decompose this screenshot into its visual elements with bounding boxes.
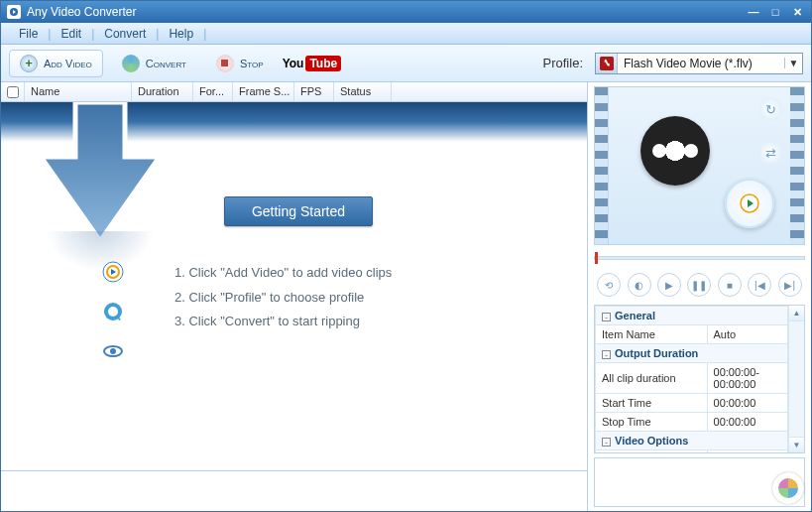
close-button[interactable]: ✕ (789, 5, 805, 19)
preview-panel: ↻ ⇄ (594, 86, 805, 245)
collapse-icon[interactable]: - (602, 438, 611, 447)
prop-row[interactable]: Video Codecflv (596, 450, 788, 454)
col-name[interactable]: Name (25, 82, 132, 101)
youtube-button[interactable]: YouTube (283, 56, 342, 71)
stop-icon (216, 55, 234, 72)
collapse-icon[interactable]: - (602, 313, 611, 321)
empty-stage: Getting Started 1. Click "Add Video" to … (1, 102, 587, 471)
play-button[interactable]: ▶ (657, 273, 681, 297)
eye-icon (102, 340, 124, 362)
menu-bar: File| Edit| Convert| Help| (1, 23, 811, 45)
getting-started-steps: 1. Click "Add Video" to add video clips … (174, 261, 392, 334)
menu-edit[interactable]: Edit (51, 27, 91, 41)
prev-button[interactable]: |◀ (748, 273, 771, 297)
prop-row[interactable]: Start Time00:00:00 (596, 394, 788, 413)
quicktime-icon (102, 301, 124, 322)
convert-button[interactable]: Convert (111, 50, 197, 77)
convert-icon (122, 55, 140, 72)
play-disc-icon (725, 179, 774, 228)
app-title: Any Video Converter (27, 5, 137, 19)
add-video-button[interactable]: + Add Video (9, 50, 103, 77)
disc-icon (772, 472, 804, 504)
prop-row[interactable]: Item NameAuto (596, 325, 788, 344)
title-bar: Any Video Converter — □ ✕ (1, 1, 811, 23)
wmp-icon (102, 261, 124, 283)
toolbar: + Add Video Convert Stop YouTube Profile… (1, 45, 811, 82)
scroll-up-button[interactable]: ▲ (789, 306, 804, 321)
maximize-button[interactable]: □ (767, 5, 783, 19)
profile-value: Flash Video Movie (*.flv) (618, 57, 784, 70)
next-button[interactable]: ▶| (778, 273, 802, 297)
svg-point-9 (110, 348, 116, 354)
profile-label: Profile: (543, 56, 583, 70)
repeat-button[interactable]: ⟲ (597, 273, 621, 297)
collapse-icon[interactable]: - (602, 350, 611, 359)
scroll-down-button[interactable]: ▼ (789, 437, 804, 452)
prop-row[interactable]: Stop Time00:00:00 (596, 413, 788, 432)
stop-button[interactable]: Stop (205, 50, 275, 77)
film-reel-icon (640, 116, 710, 186)
col-status[interactable]: Status (334, 82, 392, 101)
down-arrow-graphic (36, 102, 165, 354)
select-all-checkbox[interactable] (1, 82, 25, 101)
col-frame-size[interactable]: Frame S... (233, 82, 294, 101)
flash-icon (596, 54, 618, 73)
column-headers: Name Duration For... Frame S... FPS Stat… (1, 82, 587, 102)
scrollbar[interactable]: ▲ ▼ (788, 306, 804, 452)
app-icon (7, 5, 21, 19)
menu-file[interactable]: File (9, 27, 48, 41)
pause-button[interactable]: ❚❚ (687, 273, 711, 297)
svg-marker-11 (748, 199, 754, 207)
getting-started-button[interactable]: Getting Started (224, 196, 373, 226)
prop-row[interactable]: All clip duration00:00:00-00:00:00 (596, 363, 788, 394)
properties-panel: ▲ ▼ -General Item NameAuto -Output Durat… (594, 305, 805, 453)
seek-bar[interactable] (594, 247, 805, 269)
col-fps[interactable]: FPS (294, 82, 334, 101)
add-icon: + (20, 55, 38, 72)
chevron-down-icon: ▼ (784, 58, 802, 68)
minimize-button[interactable]: — (746, 5, 761, 19)
menu-convert[interactable]: Convert (94, 27, 156, 41)
col-duration[interactable]: Duration (132, 82, 193, 101)
sync-icon: ⇄ (758, 141, 782, 165)
profile-dropdown[interactable]: Flash Video Movie (*.flv) ▼ (595, 53, 803, 74)
stop-playback-button[interactable]: ■ (718, 273, 742, 297)
menu-help[interactable]: Help (159, 27, 203, 41)
col-format[interactable]: For... (193, 82, 233, 101)
snapshot-button[interactable]: ◐ (628, 273, 651, 297)
playback-controls: ⟲ ◐ ▶ ❚❚ ■ |◀ ▶| (594, 269, 805, 301)
refresh-icon: ↻ (758, 97, 782, 121)
